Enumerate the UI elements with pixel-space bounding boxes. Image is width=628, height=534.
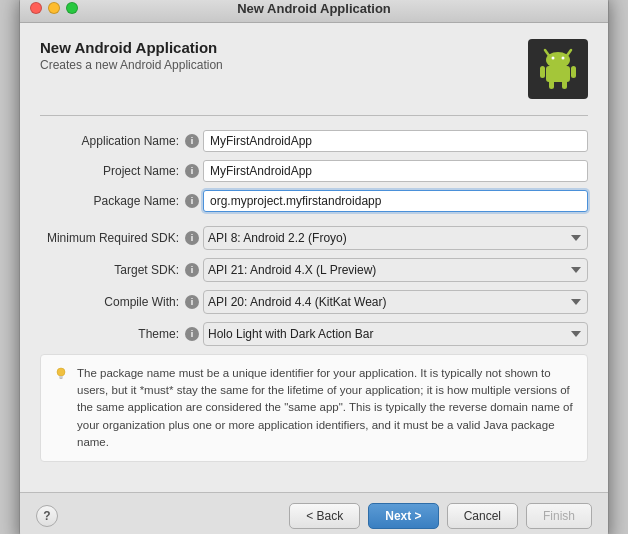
cancel-button[interactable]: Cancel xyxy=(447,503,518,529)
button-group: < Back Next > Cancel Finish xyxy=(289,503,592,529)
project-name-input[interactable] xyxy=(203,160,588,182)
project-name-label: Project Name: xyxy=(40,164,185,178)
svg-rect-6 xyxy=(540,66,545,78)
titlebar: New Android Application xyxy=(20,0,608,23)
app-name-label: Application Name: xyxy=(40,134,185,148)
android-icon xyxy=(533,44,583,94)
compile-with-label: Compile With: xyxy=(40,295,185,309)
svg-rect-11 xyxy=(59,376,63,378)
svg-point-3 xyxy=(552,56,555,59)
back-button[interactable]: < Back xyxy=(289,503,360,529)
package-name-input[interactable] xyxy=(203,190,588,212)
svg-rect-9 xyxy=(562,80,567,89)
package-name-row: Package Name: i xyxy=(40,190,588,212)
theme-info-icon[interactable]: i xyxy=(185,327,199,341)
close-button[interactable] xyxy=(30,2,42,14)
finish-button: Finish xyxy=(526,503,592,529)
bottom-bar: ? < Back Next > Cancel Finish xyxy=(20,492,608,534)
app-name-info-icon[interactable]: i xyxy=(185,134,199,148)
maximize-button[interactable] xyxy=(66,2,78,14)
target-sdk-info-icon[interactable]: i xyxy=(185,263,199,277)
app-name-input[interactable] xyxy=(203,130,588,152)
info-box: The package name must be a unique identi… xyxy=(40,354,588,462)
window-title: New Android Application xyxy=(237,1,391,16)
dialog-content: New Android Application Creates a new An… xyxy=(20,23,608,492)
min-sdk-select[interactable]: API 8: Android 2.2 (Froyo) xyxy=(203,226,588,250)
target-sdk-row: Target SDK: i API 21: Android 4.X (L Pre… xyxy=(40,258,588,282)
svg-rect-8 xyxy=(549,80,554,89)
svg-rect-7 xyxy=(571,66,576,78)
compile-with-info-icon[interactable]: i xyxy=(185,295,199,309)
svg-point-4 xyxy=(562,56,565,59)
form-section: Application Name: i Project Name: i Pack… xyxy=(40,130,588,212)
theme-select[interactable]: Holo Light with Dark Action Bar xyxy=(203,322,588,346)
minimize-button[interactable] xyxy=(48,2,60,14)
header-text: New Android Application Creates a new An… xyxy=(40,39,223,72)
target-sdk-label: Target SDK: xyxy=(40,263,185,277)
next-button[interactable]: Next > xyxy=(368,503,438,529)
header-section: New Android Application Creates a new An… xyxy=(40,39,588,99)
min-sdk-label: Minimum Required SDK: xyxy=(40,231,185,245)
svg-point-2 xyxy=(546,52,570,68)
sdk-section: Minimum Required SDK: i API 8: Android 2… xyxy=(40,226,588,346)
header-divider xyxy=(40,115,588,116)
info-text: The package name must be a unique identi… xyxy=(77,365,575,451)
min-sdk-info-icon[interactable]: i xyxy=(185,231,199,245)
bulb-icon xyxy=(53,366,69,382)
project-name-row: Project Name: i xyxy=(40,160,588,182)
dialog-subtitle: Creates a new Android Application xyxy=(40,58,223,72)
android-logo xyxy=(528,39,588,99)
traffic-lights xyxy=(30,2,78,14)
svg-rect-5 xyxy=(546,66,570,82)
package-name-info-icon[interactable]: i xyxy=(185,194,199,208)
package-name-label: Package Name: xyxy=(40,194,185,208)
min-sdk-row: Minimum Required SDK: i API 8: Android 2… xyxy=(40,226,588,250)
compile-with-row: Compile With: i API 20: Android 4.4 (Kit… xyxy=(40,290,588,314)
theme-label: Theme: xyxy=(40,327,185,341)
main-window: New Android Application New Android Appl… xyxy=(19,0,609,534)
svg-point-10 xyxy=(57,368,65,376)
svg-rect-12 xyxy=(60,378,63,379)
project-name-info-icon[interactable]: i xyxy=(185,164,199,178)
compile-with-select[interactable]: API 20: Android 4.4 (KitKat Wear) xyxy=(203,290,588,314)
target-sdk-select[interactable]: API 21: Android 4.X (L Preview) xyxy=(203,258,588,282)
dialog-title: New Android Application xyxy=(40,39,223,56)
app-name-row: Application Name: i xyxy=(40,130,588,152)
help-button[interactable]: ? xyxy=(36,505,58,527)
theme-row: Theme: i Holo Light with Dark Action Bar xyxy=(40,322,588,346)
